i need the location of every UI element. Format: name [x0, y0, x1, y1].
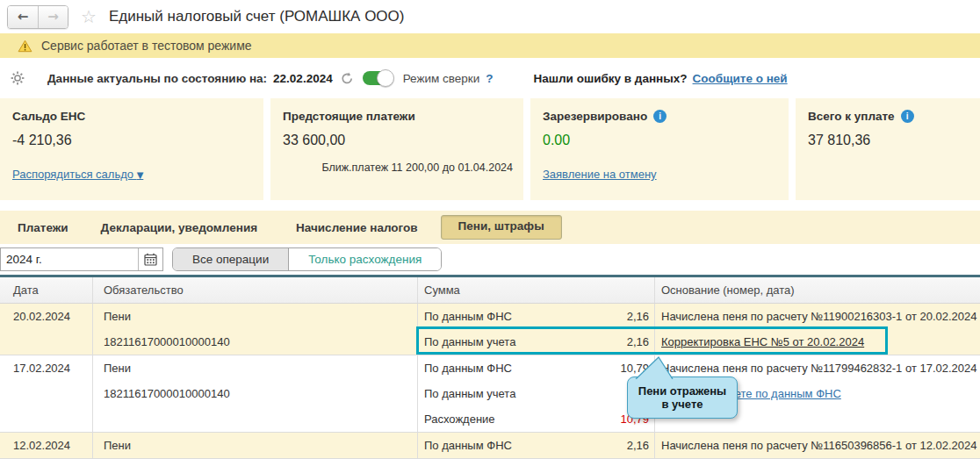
- toggle-knob: [377, 69, 394, 87]
- card-total-due: Всего к уплате i 37 810,36: [796, 98, 980, 200]
- cell-date-empty: [0, 381, 92, 406]
- nav-history-group: ← →: [7, 5, 68, 29]
- refresh-icon[interactable]: [341, 72, 354, 85]
- col-header-obligation: Обязательство: [92, 277, 417, 303]
- manage-balance-link[interactable]: Распорядиться сальдо ▼: [12, 168, 143, 181]
- reserved-info-icon[interactable]: i: [653, 110, 667, 123]
- table-group-12-02: 12.02.2024 Пени По данным ФНС2,16 Начисл…: [0, 433, 980, 459]
- reconciliation-mode-label: Режим сверки: [403, 72, 480, 85]
- card-balance-title: Сальдо ЕНС: [12, 110, 253, 123]
- filter-row: Все операции Только расхождения: [0, 244, 980, 275]
- correction-document-link[interactable]: Корректировка ЕНС №5 от 20.02.2024: [661, 335, 864, 348]
- help-link[interactable]: ?: [486, 72, 493, 85]
- total-due-info-icon[interactable]: i: [901, 110, 914, 123]
- card-total-value: 37 810,36: [808, 133, 969, 148]
- cell-basis: Начислена пеня по расчету №11900216303-1…: [654, 304, 980, 329]
- unified-tax-account-window: ← → ☆ Единый налоговый счет (РОМАШКА ООО…: [0, 0, 980, 459]
- table-row: 12.02.2024 Пени По данным ФНС2,16 Начисл…: [0, 433, 980, 458]
- cell-sum: По данным ФНС2,16: [417, 433, 654, 458]
- card-upcoming-title: Предстоящие платежи: [283, 110, 513, 123]
- report-error-link[interactable]: Сообщите о ней: [693, 72, 788, 85]
- table-row: Расхождение10,79: [0, 406, 980, 432]
- card-total-title: Всего к уплате: [808, 110, 895, 123]
- titlebar: ← → ☆ Единый налоговый счет (РОМАШКА ООО…: [0, 0, 980, 33]
- card-balance: Сальдо ЕНС -4 210,36 Распорядиться сальд…: [0, 98, 263, 200]
- cell-sum: Расхождение10,79: [417, 406, 654, 432]
- card-reserved: Зарезервировано i 0.00 Заявление на отме…: [530, 98, 789, 200]
- cell-sum: По данным учета: [417, 381, 654, 406]
- table-row: 20.02.2024 Пени По данным ФНС2,16 Начисл…: [0, 304, 980, 329]
- table-row: 17.02.2024 Пени По данным ФНС10,79 Начис…: [0, 355, 980, 381]
- tab-payments[interactable]: Платежи: [18, 221, 68, 234]
- segment-all-operations[interactable]: Все операции: [173, 248, 288, 270]
- toolbar: Данные актуальны по состоянию на: 22.02.…: [0, 58, 980, 98]
- forward-arrow-icon: →: [47, 11, 59, 24]
- card-reserved-value: 0.00: [543, 133, 778, 148]
- penalties-table: Дата Обязательство Сумма Основание (номе…: [0, 275, 980, 459]
- tab-declarations[interactable]: Декларации, уведомления: [101, 221, 257, 234]
- card-balance-value: -4 210,36: [12, 133, 253, 148]
- segment-only-discrepancies[interactable]: Только расхождения: [288, 248, 441, 270]
- period-input[interactable]: [1, 253, 138, 266]
- table-row: 18211617000010000140 По данным учета Отр…: [0, 381, 980, 406]
- data-actual-date: 22.02.2024: [273, 72, 333, 85]
- cell-date-empty: [0, 329, 92, 355]
- cell-date: 20.02.2024: [0, 304, 92, 329]
- cell-date-empty: [0, 406, 92, 432]
- cell-sum: По данным учета2,16: [417, 329, 654, 355]
- card-reserved-title: Зарезервировано: [543, 110, 647, 123]
- col-header-date: Дата: [0, 277, 92, 303]
- cell-kbk: 18211617000010000140: [92, 381, 417, 406]
- back-button[interactable]: ←: [8, 6, 38, 28]
- cell-date: 12.02.2024: [0, 433, 92, 458]
- next-payment-note: Ближ.платеж 11 200,00 до 01.04.2024: [321, 161, 513, 174]
- table-group-20-02: 20.02.2024 Пени По данным ФНС2,16 Начисл…: [0, 304, 980, 355]
- cell-obligation-empty: [92, 406, 417, 432]
- tabs-bar: Платежи Декларации, уведомления Начислен…: [0, 211, 980, 244]
- tooltip-callout: Пени отражены в учете: [627, 377, 738, 419]
- cell-basis: Начислена пеня по расчету №11650396856-1…: [654, 433, 980, 458]
- operations-filter-segmented: Все операции Только расхождения: [172, 247, 442, 271]
- cell-basis: Корректировка ЕНС №5 от 20.02.2024: [654, 329, 980, 355]
- reconciliation-mode-toggle[interactable]: [363, 71, 393, 85]
- cell-sum: По данным ФНС10,79: [417, 355, 654, 381]
- dropdown-arrow-icon: ▼: [137, 170, 144, 180]
- warning-icon: [18, 39, 32, 53]
- table-header-row: Дата Обязательство Сумма Основание (номе…: [0, 277, 980, 304]
- summary-cards: Сальдо ЕНС -4 210,36 Распорядиться сальд…: [0, 98, 980, 200]
- settings-gear-icon[interactable]: [11, 71, 25, 85]
- forward-button[interactable]: →: [38, 6, 68, 28]
- cell-obligation: Пени: [92, 304, 417, 329]
- cell-obligation: Пени: [92, 433, 417, 458]
- table-row: 18211617000010000140 По данным учета2,16…: [0, 329, 980, 355]
- back-arrow-icon: ←: [18, 11, 29, 24]
- card-upcoming-value: 33 600,00: [283, 133, 513, 148]
- error-question-label: Нашли ошибку в данных?: [534, 72, 688, 85]
- tab-penalties-active[interactable]: Пени, штрафы: [441, 215, 562, 240]
- tooltip-text: Пени отражены в учете: [638, 384, 726, 411]
- page-title: Единый налоговый счет (РОМАШКА ООО): [109, 8, 405, 25]
- cell-date: 17.02.2024: [0, 355, 92, 381]
- tab-tax-accrual[interactable]: Начисление налогов: [296, 221, 417, 234]
- table-group-17-02: 17.02.2024 Пени По данным ФНС10,79 Начис…: [0, 355, 980, 433]
- test-mode-banner: Сервис работает в тестовом режиме: [0, 33, 980, 58]
- col-header-basis: Основание (номер, дата): [654, 277, 980, 303]
- data-actual-label: Данные актуальны по состоянию на:: [47, 72, 267, 85]
- calendar-icon[interactable]: [138, 248, 162, 270]
- cell-obligation: Пени: [92, 355, 417, 381]
- cell-kbk: 18211617000010000140: [92, 329, 417, 355]
- cell-sum: По данным ФНС2,16: [417, 304, 654, 329]
- card-upcoming-payments: Предстоящие платежи 33 600,00 Ближ.плате…: [270, 98, 523, 200]
- tooltip-arrow: [635, 356, 674, 379]
- favorite-star-icon[interactable]: ☆: [81, 8, 97, 25]
- test-mode-text: Сервис работает в тестовом режиме: [41, 39, 252, 53]
- col-header-sum: Сумма: [417, 277, 654, 303]
- period-filter: [0, 247, 163, 271]
- cancel-application-link[interactable]: Заявление на отмену: [543, 168, 657, 181]
